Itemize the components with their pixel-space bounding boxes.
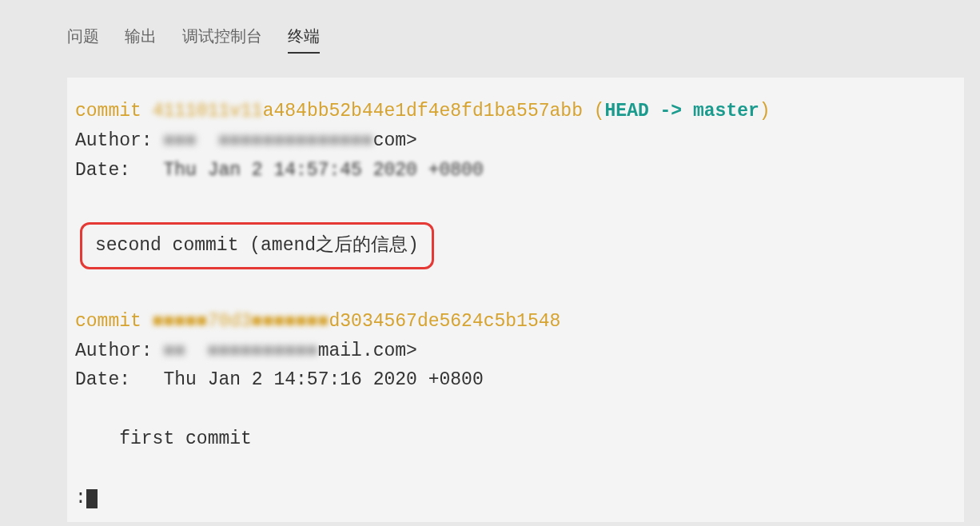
head-ref: HEAD <box>605 101 649 122</box>
terminal-output[interactable]: commit 4111011v11a484bb52b44e1df4e8fd1ba… <box>67 78 964 522</box>
date-label: Date: <box>75 369 130 390</box>
tab-output[interactable]: 输出 <box>125 26 157 54</box>
date-value-blur: Thu Jan 2 14:57:45 2020 +0800 <box>130 160 484 181</box>
commit-hash: a484bb52b44e1df4e8fd1ba557abb <box>263 101 583 122</box>
commit-hash-blurred: ■■■■■70d3■■■■■■■ <box>141 311 329 332</box>
paren-open: ( <box>583 101 605 122</box>
author-suffix: mail.com> <box>318 341 417 361</box>
bottom-status: Off <box>0 522 980 526</box>
commit-hash-blurred: 4111011v11 <box>153 101 263 122</box>
author-suffix: com> <box>373 130 417 151</box>
date-value: Thu Jan 2 14:57:16 2020 +0800 <box>130 369 484 390</box>
author-blurred: ■■■ ■■■■■■■■■■■■■■ <box>153 130 373 151</box>
ref-arrow: -> <box>649 101 693 122</box>
tab-terminal[interactable]: 终端 <box>288 26 320 54</box>
commit-message: second commit (amend之后的信息) <box>95 235 419 256</box>
branch-name: master <box>693 101 759 122</box>
commit-message: first commit <box>75 428 252 449</box>
author-blurred: ■■ ■■■■■■■■■■ <box>153 341 318 361</box>
panel-tabs: 问题 输出 调试控制台 终端 <box>32 13 980 62</box>
paren-close: ) <box>759 101 771 122</box>
pager-prompt: : <box>75 488 86 508</box>
commit-label: commit <box>75 101 141 122</box>
tab-problems[interactable]: 问题 <box>67 26 99 54</box>
commit-hash: d3034567de5624c5b1548 <box>329 311 560 332</box>
author-label: Author: <box>75 130 153 151</box>
cursor-icon <box>86 489 98 508</box>
highlighted-commit-message: second commit (amend之后的信息) <box>80 222 434 269</box>
author-label: Author: <box>75 341 153 361</box>
date-label: Date: <box>75 160 130 181</box>
tab-debug-console[interactable]: 调试控制台 <box>182 26 262 54</box>
commit-label: commit <box>75 311 141 332</box>
